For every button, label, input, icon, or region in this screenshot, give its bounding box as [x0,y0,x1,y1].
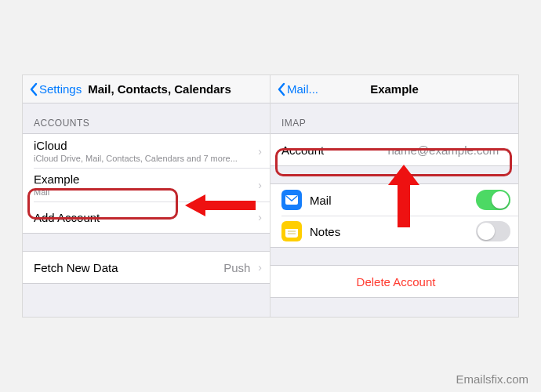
svg-rect-2 [285,225,298,229]
notes-toggle[interactable] [476,221,510,241]
mail-toggle-row: Mail [270,184,518,216]
account-row-example[interactable]: Example Mail › [23,168,270,201]
back-label: Settings [39,82,82,96]
row-label: Mail [310,194,332,207]
add-account-row[interactable]: Add Account › [23,201,270,233]
row-value: name@example.com [387,143,499,157]
notes-toggle-row: Notes [270,216,518,247]
chevron-right-icon: › [258,145,262,158]
account-list: Account name@example.com › [270,133,518,166]
page-title: Mail, Contacts, Calendars [88,82,231,96]
row-label: Notes [310,225,340,238]
back-button[interactable]: Mail... [277,82,318,96]
watermark: Emailsfix.com [456,372,528,386]
row-sub: iCloud Drive, Mail, Contacts, Calendars … [34,154,255,163]
row-label: Example [34,172,255,186]
back-label: Mail... [287,82,318,96]
page-title: Example [370,82,419,96]
row-value: Push [223,261,250,274]
fetch-new-data-row[interactable]: Fetch New Data Push › [23,252,270,283]
chevron-right-icon: › [258,179,262,191]
row-label: Add Account [34,211,100,224]
accounts-list: iCloud iCloud Drive, Mail, Contacts, Cal… [23,133,270,234]
delete-list: Delete Account [270,265,518,298]
mail-icon [281,190,302,210]
account-row[interactable]: Account name@example.com › [270,134,518,165]
settings-mail-panel: Settings Mail, Contacts, Calendars ACCOU… [22,74,270,318]
row-label: Fetch New Data [34,261,118,274]
back-button[interactable]: Settings [29,82,82,96]
section-header-accounts: ACCOUNTS [23,103,270,133]
nav-bar: Settings Mail, Contacts, Calendars [23,75,270,103]
row-sub: Mail [34,187,255,197]
row-label: iCloud [34,139,255,152]
fetch-list: Fetch New Data Push › [23,251,270,284]
chevron-right-icon: › [507,143,510,156]
account-detail-panel: Mail... Example IMAP Account name@exampl… [270,74,519,318]
delete-account-row[interactable]: Delete Account [270,266,518,297]
delete-label: Delete Account [281,275,510,289]
mail-toggle[interactable] [476,190,510,210]
chevron-left-icon [277,82,285,96]
chevron-right-icon: › [258,261,262,274]
notes-icon [281,221,302,241]
row-label: Account [281,143,324,157]
account-row-icloud[interactable]: iCloud iCloud Drive, Mail, Contacts, Cal… [23,134,270,168]
chevron-left-icon [29,82,38,96]
section-header-imap: IMAP [270,103,518,133]
nav-bar: Mail... Example [270,75,518,103]
services-list: Mail Notes [270,183,518,248]
chevron-right-icon: › [258,211,262,223]
